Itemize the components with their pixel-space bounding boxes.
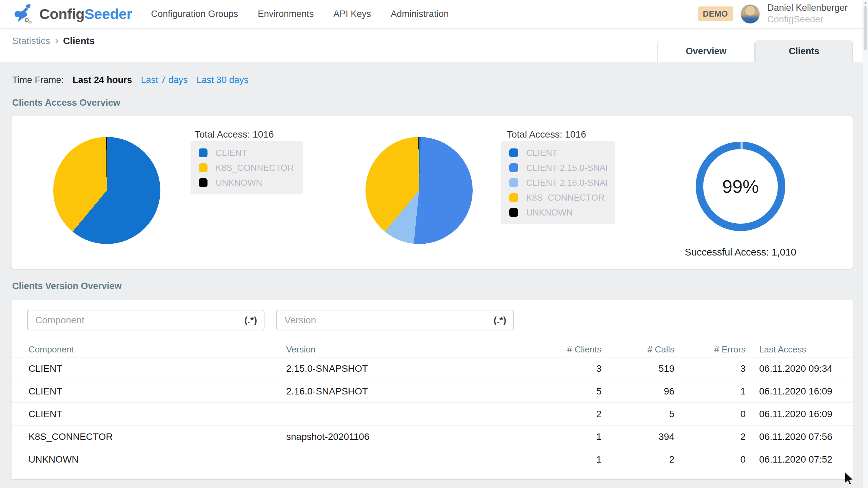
legend-label: UNKNOWN xyxy=(216,178,262,188)
configseeder-logo-icon: ⚙ ⚙ xyxy=(13,3,35,25)
clients-access-card: Total Access: 1016 CLIENT K8S_CONNECTOR … xyxy=(12,116,853,269)
tab-group: Overview Clients xyxy=(657,40,853,62)
cell-calls: 5 xyxy=(601,409,674,420)
top-navbar: ⚙ ⚙ ConfigSeeder Configuration Groups En… xyxy=(0,0,868,28)
scrollbar-up-icon[interactable]: ▲ xyxy=(863,1,868,5)
cell-clients: 2 xyxy=(524,409,601,420)
scrollbar-thumb[interactable] xyxy=(864,6,867,50)
legend-item[interactable]: K8S_CONNECTOR xyxy=(199,160,295,175)
component-regex-suffix: (.*) xyxy=(244,315,257,326)
vertical-scrollbar[interactable]: ▲ xyxy=(863,0,868,488)
cell-component: CLIENT xyxy=(28,409,286,420)
cell-last-access: 06.11.2020 07:52 xyxy=(746,454,843,465)
col-calls: # Calls xyxy=(601,344,674,355)
timeframe-row: Time Frame: Last 24 hours Last 7 days La… xyxy=(12,75,853,85)
tab[interactable]: Overview xyxy=(657,41,755,62)
main-nav: Configuration Groups Environments API Ke… xyxy=(151,9,449,19)
cell-calls: 96 xyxy=(601,386,674,397)
legend-swatch xyxy=(509,208,518,217)
cell-component: CLIENT xyxy=(28,386,286,397)
success-donut-chart: 99% xyxy=(696,142,785,231)
breadcrumb-current: Clients xyxy=(63,36,95,46)
cell-clients: 3 xyxy=(524,363,601,374)
cell-component: K8S_CONNECTOR xyxy=(28,431,286,442)
legend-swatch xyxy=(199,178,208,187)
success-percent: 99% xyxy=(722,176,759,197)
legend-label: CLIENT xyxy=(216,148,247,158)
pie1-legend: CLIENT K8S_CONNECTOR UNKNOWN xyxy=(191,141,303,194)
table-body: CLIENT 2.15.0-SNAPSHOT 3 519 3 06.11.202… xyxy=(12,357,853,470)
col-last-access: Last Access xyxy=(746,344,843,355)
legend-swatch xyxy=(509,163,518,172)
component-filter-group: (.*) xyxy=(27,310,264,330)
cell-version: 2.15.0-SNAPSHOT xyxy=(286,363,524,374)
tab[interactable]: Clients xyxy=(755,40,853,62)
version-regex-suffix: (.*) xyxy=(494,315,506,326)
legend-label: CLIENT xyxy=(526,148,557,158)
table-row: K8S_CONNECTOR snapshot-20201106 1 394 2 … xyxy=(12,425,853,448)
cell-calls: 394 xyxy=(601,431,674,442)
timeframe-option[interactable]: Last 30 days xyxy=(197,75,249,85)
legend-item[interactable]: CLIENT 2.16.0-SNAPSHOT xyxy=(509,175,607,190)
demo-badge: DEMO xyxy=(698,6,733,21)
table-row: CLIENT 2.15.0-SNAPSHOT 3 519 3 06.11.202… xyxy=(12,357,853,380)
cell-last-access: 06.11.2020 09:34 xyxy=(746,363,843,374)
app-logo[interactable]: ⚙ ⚙ ConfigSeeder xyxy=(13,3,132,25)
timeframe-option[interactable]: Last 7 days xyxy=(141,75,188,85)
mouse-cursor-icon xyxy=(844,471,857,486)
cell-version: snapshot-20201106 xyxy=(286,431,524,442)
cell-errors: 3 xyxy=(674,363,746,374)
cell-last-access: 06.11.2020 16:09 xyxy=(746,386,843,397)
legend-label: CLIENT 2.16.0-SNAPSHOT xyxy=(526,178,607,188)
cell-errors: 0 xyxy=(674,409,746,420)
table-row: CLIENT 2.16.0-SNAPSHOT 5 96 1 06.11.2020… xyxy=(12,380,853,402)
user-name: Daniel Kellenberger xyxy=(767,2,848,14)
legend-item[interactable]: UNKNOWN xyxy=(509,205,607,220)
breadcrumb-separator-icon: › xyxy=(55,35,58,46)
user-avatar[interactable] xyxy=(741,4,760,24)
user-menu[interactable]: Daniel Kellenberger ConfigSeeder xyxy=(767,2,848,25)
timeframe-option[interactable]: Last 24 hours xyxy=(73,75,132,85)
col-component: Component xyxy=(28,344,286,355)
nav-item[interactable]: Configuration Groups xyxy=(151,9,238,19)
table-row: CLIENT 2 5 0 06.11.2020 16:09 xyxy=(12,402,853,425)
legend-item[interactable]: CLIENT 2.15.0-SNAPSHOT xyxy=(509,160,607,175)
nav-item[interactable]: Environments xyxy=(258,9,314,19)
legend-swatch xyxy=(509,193,518,202)
col-errors: # Errors xyxy=(674,344,746,355)
legend-label: UNKNOWN xyxy=(526,207,573,218)
success-donut-group: 99% Successful Access: 1,010 xyxy=(683,142,798,258)
cell-clients: 5 xyxy=(524,386,601,397)
col-clients: # Clients xyxy=(524,344,601,355)
nav-item[interactable]: API Keys xyxy=(333,9,371,19)
clients-version-table: Component Version # Clients # Calls # Er… xyxy=(12,342,853,470)
legend-swatch xyxy=(509,148,518,157)
cell-last-access: 06.11.2020 07:56 xyxy=(746,431,843,442)
legend-item[interactable]: CLIENT xyxy=(199,145,295,160)
legend-item[interactable]: UNKNOWN xyxy=(199,175,295,190)
version-filter-input[interactable] xyxy=(284,315,494,326)
cell-component: CLIENT xyxy=(28,363,286,374)
svg-text:⚙: ⚙ xyxy=(28,20,32,25)
timeframe-label: Time Frame: xyxy=(12,75,64,85)
timeframe-options: Last 24 hours Last 7 days Last 30 days xyxy=(73,75,249,85)
table-header-row: Component Version # Clients # Calls # Er… xyxy=(12,342,853,357)
success-caption: Successful Access: 1,010 xyxy=(683,247,798,258)
legend-label: CLIENT 2.15.0-SNAPSHOT xyxy=(526,163,607,173)
user-org: ConfigSeeder xyxy=(767,14,848,25)
legend-item[interactable]: CLIENT xyxy=(509,145,607,160)
app-title: ConfigSeeder xyxy=(39,6,132,22)
version-filter-group: (.*) xyxy=(276,310,514,330)
donut-hole: 99% xyxy=(703,149,778,224)
component-filter-input[interactable] xyxy=(35,315,244,326)
cell-errors: 0 xyxy=(674,454,746,465)
legend-item[interactable]: K8S_CONNECTOR snapsho… xyxy=(509,190,607,205)
pie-chart-components xyxy=(53,137,160,244)
col-version: Version xyxy=(286,344,524,355)
legend-swatch xyxy=(509,178,518,187)
breadcrumb-statistics[interactable]: Statistics xyxy=(12,36,50,46)
table-row: UNKNOWN 1 2 0 06.11.2020 07:52 xyxy=(12,448,853,470)
nav-item[interactable]: Administration xyxy=(391,9,449,19)
page-content: Time Frame: Last 24 hours Last 7 days La… xyxy=(0,62,868,479)
legend-swatch xyxy=(199,148,208,157)
